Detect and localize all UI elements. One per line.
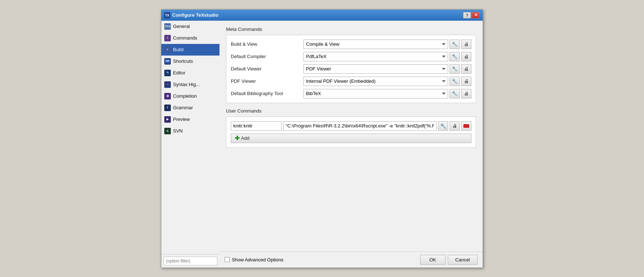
option-filter-input[interactable] (164, 257, 217, 265)
sidebar-list: TXS General λ Commands ≡ Build ⌨ Shortcu… (161, 21, 220, 254)
sidebar-label-syntax: Syntax Hig... (173, 82, 200, 87)
meta-row-3: PDF Viewer Internal PDF Viewer (Embedded… (231, 77, 471, 86)
sidebar-item-commands[interactable]: λ Commands (161, 32, 220, 44)
sidebar-item-svn[interactable]: S SVN (161, 125, 220, 137)
meta-commands-inner: Build & View Compile & ViewBuild & ViewP… (226, 35, 476, 103)
meta-print-btn-2[interactable]: 🖨 (461, 64, 471, 74)
user-commands-section: User Commands 🔧 🖨 (226, 108, 476, 148)
printer-icon-4: 🖨 (464, 91, 469, 96)
printer-icon-0: 🖨 (464, 41, 469, 47)
plus-icon: ✚ (235, 135, 240, 141)
sidebar-label-preview: Preview (173, 117, 190, 122)
sidebar-label-editor: Editor (173, 70, 185, 76)
ok-button[interactable]: OK (420, 255, 446, 265)
user-commands-inner: 🔧 🖨 ✚ Add (226, 117, 476, 148)
sidebar-label-general: General (173, 24, 190, 29)
user-cmd-delete-button[interactable] (461, 121, 471, 131)
user-cmd-print-button[interactable]: 🖨 (450, 121, 460, 131)
sidebar-icon-shortcuts: ⌨ (164, 58, 171, 65)
sidebar-label-svn: SVN (173, 128, 183, 134)
meta-row-1: Default Compiler PdfLaTeXXeLaTeXLuaLaTeX… (231, 52, 471, 61)
meta-commands-title: Meta Commands (226, 27, 476, 32)
meta-print-btn-4[interactable]: 🖨 (461, 89, 471, 98)
meta-select-0[interactable]: Compile & ViewBuild & ViewPDFLaTeXXeLaTe… (303, 40, 448, 49)
show-advanced-label: Show Advanced Options (232, 257, 283, 262)
footer: Show Advanced Options OK Cancel (220, 252, 483, 268)
show-advanced-checkbox[interactable] (225, 257, 230, 262)
sidebar-icon-syntax: ∼ (164, 81, 171, 88)
sidebar-icon-general: TXS (164, 23, 171, 30)
meta-commands-section: Meta Commands Build & View Compile & Vie… (226, 27, 476, 103)
user-cmd-name-input[interactable] (231, 121, 282, 131)
sidebar-icon-svn: S (164, 128, 171, 134)
sidebar-icon-preview: ▶ (164, 116, 171, 123)
help-button[interactable]: ? (463, 12, 471, 19)
wrench-icon: 🔧 (440, 123, 446, 129)
sidebar-label-grammar: Grammar (173, 105, 193, 110)
sidebar-item-grammar[interactable]: T Grammar (161, 102, 220, 114)
sidebar-item-preview[interactable]: ▶ Preview (161, 114, 220, 125)
sidebar-icon-completion: ⊞ (164, 93, 171, 99)
printer-icon-3: 🖨 (464, 78, 469, 84)
app-icon: TX (164, 12, 170, 18)
sidebar-item-build[interactable]: ≡ Build (161, 44, 220, 56)
meta-wrench-btn-0[interactable]: 🔧 (450, 40, 460, 49)
meta-row-2: Default Viewer PDF ViewerExternal PDF Vi… (231, 64, 471, 74)
title-bar-left: TX Configure TeXstudio (164, 12, 218, 18)
sidebar-label-build: Build (173, 47, 184, 52)
meta-label-0: Build & View (231, 41, 303, 47)
meta-row-4: Default Bibliography Tool BibTeXBibLaTeX… (231, 89, 471, 98)
meta-select-wrapper-2: PDF ViewerExternal PDF ViewerNone 🔧 🖨 (303, 64, 471, 74)
meta-wrench-btn-4[interactable]: 🔧 (450, 89, 460, 98)
main-content: Meta Commands Build & View Compile & Vie… (220, 21, 483, 252)
close-button[interactable]: ✕ (472, 12, 480, 19)
meta-select-4[interactable]: BibTeXBibLaTeXNone (303, 89, 448, 98)
sidebar-label-commands: Commands (173, 35, 197, 41)
wrench-icon-0: 🔧 (452, 41, 458, 47)
meta-print-btn-1[interactable]: 🖨 (461, 52, 471, 61)
wrench-icon-1: 🔧 (452, 54, 458, 59)
window-title: Configure TeXstudio (172, 12, 218, 18)
sidebar-icon-commands: λ (164, 35, 171, 41)
meta-print-btn-0[interactable]: 🖨 (461, 40, 471, 49)
meta-select-1[interactable]: PdfLaTeXXeLaTeXLuaLaTeXLaTeX (303, 52, 448, 61)
meta-wrench-btn-3[interactable]: 🔧 (450, 77, 460, 86)
meta-label-2: Default Viewer (231, 66, 303, 72)
wrench-icon-2: 🔧 (452, 66, 458, 72)
meta-select-3[interactable]: Internal PDF Viewer (Embedded)Internal P… (303, 77, 448, 86)
option-filter-area (161, 254, 220, 268)
meta-select-wrapper-0: Compile & ViewBuild & ViewPDFLaTeXXeLaTe… (303, 40, 471, 49)
meta-print-btn-3[interactable]: 🖨 (461, 77, 471, 86)
sidebar-item-editor[interactable]: ✎ Editor (161, 67, 220, 79)
meta-label-3: PDF Viewer (231, 78, 303, 84)
wrench-icon-3: 🔧 (452, 78, 458, 84)
meta-select-wrapper-1: PdfLaTeXXeLaTeXLuaLaTeXLaTeX 🔧 🖨 (303, 52, 471, 61)
add-label: Add (241, 135, 249, 141)
cancel-button[interactable]: Cancel (448, 255, 478, 265)
sidebar-label-completion: Completion (173, 93, 197, 99)
window-body: TXS General λ Commands ≡ Build ⌨ Shortcu… (161, 21, 483, 268)
sidebar-item-general[interactable]: TXS General (161, 21, 220, 32)
meta-wrench-btn-2[interactable]: 🔧 (450, 64, 460, 74)
sidebar-item-completion[interactable]: ⊞ Completion (161, 90, 220, 102)
user-cmd-value-input[interactable] (283, 121, 436, 131)
user-cmd-row: 🔧 🖨 (231, 121, 471, 131)
printer-icon: 🖨 (452, 123, 457, 129)
meta-label-4: Default Bibliography Tool (231, 91, 303, 96)
meta-select-2[interactable]: PDF ViewerExternal PDF ViewerNone (303, 64, 448, 74)
sidebar-icon-grammar: T (164, 105, 171, 111)
sidebar-item-shortcuts[interactable]: ⌨ Shortcuts (161, 56, 220, 67)
meta-wrench-btn-1[interactable]: 🔧 (450, 52, 460, 61)
add-button[interactable]: ✚ Add (231, 134, 471, 143)
title-bar-buttons: ? ✕ (463, 12, 480, 19)
sidebar-label-shortcuts: Shortcuts (173, 58, 193, 64)
printer-icon-2: 🖨 (464, 66, 469, 72)
printer-icon-1: 🖨 (464, 54, 469, 59)
meta-label-1: Default Compiler (231, 54, 303, 59)
wrench-icon-4: 🔧 (452, 91, 458, 96)
sidebar-item-syntax[interactable]: ∼ Syntax Hig... (161, 79, 220, 90)
user-cmd-wrench-button[interactable]: 🔧 (438, 121, 448, 131)
meta-row-0: Build & View Compile & ViewBuild & ViewP… (231, 40, 471, 49)
delete-icon (463, 124, 469, 128)
meta-select-wrapper-4: BibTeXBibLaTeXNone 🔧 🖨 (303, 89, 471, 98)
